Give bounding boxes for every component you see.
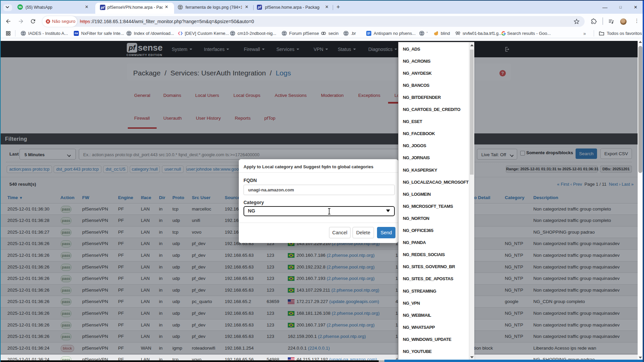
svg-text:55: 55 <box>18 5 22 9</box>
